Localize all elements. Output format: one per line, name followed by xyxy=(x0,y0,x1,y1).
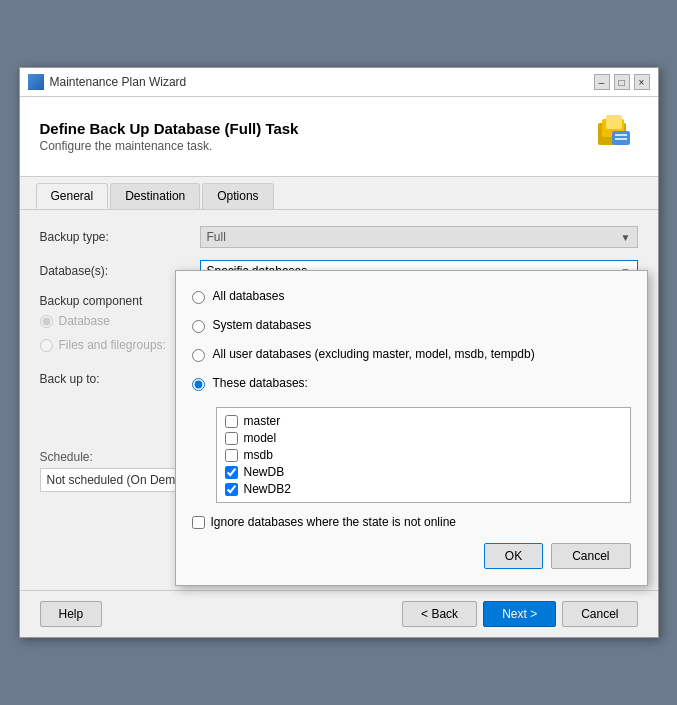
backup-type-label: Backup type: xyxy=(40,230,200,244)
user-databases-radio[interactable] xyxy=(192,349,205,362)
db-msdb: msdb xyxy=(225,448,622,462)
title-bar-left: Maintenance Plan Wizard xyxy=(28,74,187,90)
these-databases-radio[interactable] xyxy=(192,378,205,391)
app-icon xyxy=(28,74,44,90)
database-radio[interactable] xyxy=(40,315,53,328)
svg-rect-2 xyxy=(606,115,622,129)
footer: Help < Back Next > Cancel xyxy=(20,590,658,637)
next-button[interactable]: Next > xyxy=(483,601,556,627)
db-model: model xyxy=(225,431,622,445)
popup-radio-user: All user databases (excluding master, mo… xyxy=(192,347,631,362)
header-subtitle: Configure the maintenance task. xyxy=(40,139,299,153)
content-area: Backup type: Full ▼ Database(s): Specifi… xyxy=(20,210,658,590)
database-select-popup: All databases System databases All user … xyxy=(175,270,648,586)
maximize-button[interactable]: □ xyxy=(614,74,630,90)
db-master-checkbox[interactable] xyxy=(225,415,238,428)
svg-rect-3 xyxy=(612,131,630,145)
tab-destination[interactable]: Destination xyxy=(110,183,200,209)
popup-radio-group: All databases System databases All user … xyxy=(192,289,631,391)
window-title: Maintenance Plan Wizard xyxy=(50,75,187,89)
cancel-button[interactable]: Cancel xyxy=(562,601,637,627)
files-radio[interactable] xyxy=(40,339,53,352)
backup-type-control: Full ▼ xyxy=(200,226,638,248)
backup-type-row: Backup type: Full ▼ xyxy=(40,226,638,248)
header-icon xyxy=(590,111,638,162)
popup-radio-system: System databases xyxy=(192,318,631,333)
popup-footer: OK Cancel xyxy=(192,543,631,569)
header-title: Define Back Up Database (Full) Task xyxy=(40,120,299,137)
db-model-checkbox[interactable] xyxy=(225,432,238,445)
title-controls[interactable]: – □ × xyxy=(594,74,650,90)
popup-radio-all: All databases xyxy=(192,289,631,304)
minimize-button[interactable]: – xyxy=(594,74,610,90)
chevron-down-icon: ▼ xyxy=(621,232,631,243)
popup-ok-button[interactable]: OK xyxy=(484,543,543,569)
help-button[interactable]: Help xyxy=(40,601,103,627)
header-section: Define Back Up Database (Full) Task Conf… xyxy=(20,97,658,177)
popup-cancel-button[interactable]: Cancel xyxy=(551,543,630,569)
tabs: General Destination Options xyxy=(20,177,658,210)
all-databases-radio[interactable] xyxy=(192,291,205,304)
db-msdb-checkbox[interactable] xyxy=(225,449,238,462)
db-newdb2-checkbox[interactable] xyxy=(225,483,238,496)
system-databases-radio[interactable] xyxy=(192,320,205,333)
title-bar: Maintenance Plan Wizard – □ × xyxy=(20,68,658,97)
db-newdb2: NewDB2 xyxy=(225,482,622,496)
tab-general[interactable]: General xyxy=(36,183,109,209)
header-text: Define Back Up Database (Full) Task Conf… xyxy=(40,120,299,153)
db-master: master xyxy=(225,414,622,428)
tab-options[interactable]: Options xyxy=(202,183,273,209)
main-window: Maintenance Plan Wizard – □ × Define Bac… xyxy=(19,67,659,638)
popup-radio-these: These databases: xyxy=(192,376,631,391)
nav-buttons: < Back Next > Cancel xyxy=(402,601,637,627)
db-newdb-checkbox[interactable] xyxy=(225,466,238,479)
databases-list: master model msdb NewDB NewDB2 xyxy=(216,407,631,503)
ignore-checkbox[interactable] xyxy=(192,516,205,529)
db-newdb: NewDB xyxy=(225,465,622,479)
backup-type-dropdown: Full ▼ xyxy=(200,226,638,248)
close-button[interactable]: × xyxy=(634,74,650,90)
ignore-row: Ignore databases where the state is not … xyxy=(192,515,631,529)
back-button[interactable]: < Back xyxy=(402,601,477,627)
